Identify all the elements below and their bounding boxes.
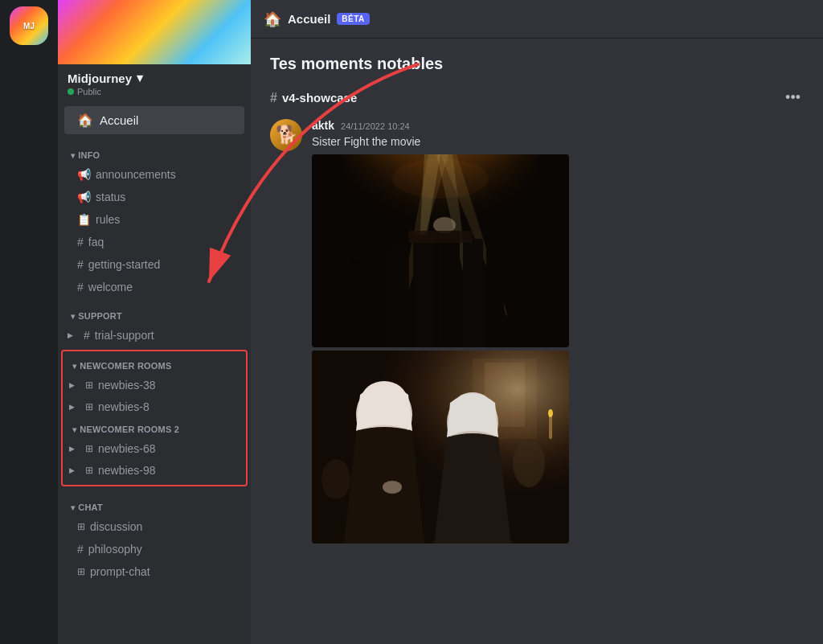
prompt-chat-icon: ⊞ bbox=[77, 566, 85, 577]
svg-rect-18 bbox=[408, 231, 473, 243]
server-name-label: Midjourney bbox=[68, 72, 132, 85]
status-icon: 📢 bbox=[77, 191, 91, 203]
newcomer-rooms-2-arrow: ▾ bbox=[72, 425, 76, 434]
message-text: Sister Fight the movie bbox=[312, 135, 804, 148]
message-meta: aktk 24/11/2022 10:24 bbox=[312, 119, 804, 132]
channel-faq[interactable]: # faq bbox=[64, 232, 244, 252]
channel-name-philosophy: philosophy bbox=[88, 543, 142, 556]
channel-newbies-38[interactable]: ⊞ newbies-38 bbox=[66, 375, 243, 396]
channel-name-status: status bbox=[96, 191, 125, 203]
content-area: Tes moments notables # v4-showcase ••• 🐕… bbox=[251, 39, 823, 644]
channel-trial-support[interactable]: # trial-support bbox=[64, 325, 244, 346]
bottom-scene-svg bbox=[312, 351, 569, 544]
discussion-icon: ⊞ bbox=[77, 521, 85, 532]
channel-name-rules: rules bbox=[96, 213, 120, 226]
chat-section-label: CHAT bbox=[78, 502, 103, 512]
channel-name-trial-support: trial-support bbox=[95, 329, 154, 342]
showcase-hash-icon: # bbox=[270, 91, 277, 105]
chat-section-arrow: ▾ bbox=[71, 503, 75, 512]
message-image-top[interactable] bbox=[312, 154, 569, 347]
svg-rect-9 bbox=[368, 255, 387, 347]
accueil-label: Accueil bbox=[100, 113, 138, 127]
channel-newbies-8[interactable]: ⊞ newbies-8 bbox=[66, 396, 243, 417]
moments-title: Tes moments notables bbox=[270, 55, 804, 73]
svg-rect-13 bbox=[463, 239, 483, 347]
channel-name-prompt-chat: prompt-chat bbox=[90, 565, 150, 578]
newbies-68-icon: ⊞ bbox=[85, 443, 93, 454]
newcomer-rooms-label: NEWCOMER ROOMS bbox=[80, 361, 171, 371]
server-status-label: Public bbox=[77, 87, 101, 96]
home-icon: 🏠 bbox=[77, 113, 93, 128]
more-options-button[interactable]: ••• bbox=[782, 86, 804, 109]
showcase-channel[interactable]: # v4-showcase bbox=[270, 91, 357, 105]
avatar-emoji: 🐕 bbox=[276, 125, 297, 146]
channel-newbies-68[interactable]: ⊞ newbies-68 bbox=[66, 438, 243, 459]
getting-started-hash-icon: # bbox=[77, 258, 84, 271]
info-section-header[interactable]: ▾ INFO bbox=[58, 137, 251, 163]
message-author: aktk bbox=[312, 119, 334, 132]
server-sidebar: MJ bbox=[0, 0, 58, 644]
info-section-label: INFO bbox=[78, 150, 100, 160]
message-body: aktk 24/11/2022 10:24 Sister Fight the m… bbox=[312, 119, 804, 544]
svg-point-33 bbox=[548, 409, 553, 417]
announcement-icon: 📢 bbox=[77, 168, 91, 181]
channel-newbies-98[interactable]: ⊞ newbies-98 bbox=[66, 460, 243, 481]
faq-hash-icon: # bbox=[77, 236, 84, 248]
support-section-header[interactable]: ▾ SUPPORT bbox=[58, 298, 251, 324]
main-content: 🏠 Accueil BÉTA Tes moments notables # v4… bbox=[251, 0, 823, 644]
channel-sidebar: Midjourney ▾ Public 🏠 Accueil ▾ INFO 📢 a… bbox=[58, 0, 251, 644]
newcomer-rooms-2-label: NEWCOMER ROOMS 2 bbox=[80, 425, 179, 434]
channel-status[interactable]: 📢 status bbox=[64, 187, 244, 207]
channel-welcome[interactable]: # welcome bbox=[64, 277, 244, 297]
channel-name-discussion: discussion bbox=[90, 520, 142, 533]
newcomer-rooms-section: ▾ NEWCOMER ROOMS ⊞ newbies-38 ⊞ newbies-… bbox=[61, 350, 248, 486]
welcome-hash-icon: # bbox=[77, 281, 84, 293]
main-title: Accueil bbox=[288, 12, 330, 26]
info-section-arrow: ▾ bbox=[71, 151, 75, 160]
svg-rect-12 bbox=[439, 231, 460, 347]
channel-rules[interactable]: 📋 rules bbox=[64, 209, 244, 230]
message-container: 🐕 aktk 24/11/2022 10:24 Sister Fight the… bbox=[270, 119, 804, 544]
avatar: 🐕 bbox=[270, 119, 302, 151]
support-section-arrow: ▾ bbox=[71, 312, 75, 321]
server-chevron-icon: ▾ bbox=[137, 71, 143, 85]
server-name-button[interactable]: Midjourney ▾ bbox=[68, 71, 241, 85]
message-image-bottom[interactable] bbox=[312, 351, 569, 544]
svg-rect-16 bbox=[526, 263, 544, 347]
channel-name-newbies-38: newbies-38 bbox=[98, 379, 156, 392]
channel-prompt-chat[interactable]: ⊞ prompt-chat bbox=[64, 561, 244, 582]
rules-icon: 📋 bbox=[77, 213, 91, 226]
showcase-header: # v4-showcase ••• bbox=[270, 86, 804, 109]
showcase-channel-name: v4-showcase bbox=[282, 91, 357, 105]
channel-getting-started[interactable]: # getting-started bbox=[64, 254, 244, 275]
accueil-nav-item[interactable]: 🏠 Accueil bbox=[64, 106, 244, 134]
chat-section-header[interactable]: ▾ CHAT bbox=[58, 490, 251, 515]
images-grid bbox=[312, 154, 569, 544]
channel-discussion[interactable]: ⊞ discussion bbox=[64, 516, 244, 537]
message-time: 24/11/2022 10:24 bbox=[341, 121, 410, 131]
svg-rect-8 bbox=[349, 259, 365, 347]
server-banner bbox=[58, 0, 251, 64]
server-info: Midjourney ▾ Public bbox=[58, 64, 251, 103]
newbies-38-icon: ⊞ bbox=[85, 379, 93, 391]
channel-name-welcome: welcome bbox=[88, 281, 133, 293]
svg-point-30 bbox=[513, 439, 545, 487]
channel-philosophy[interactable]: # philosophy bbox=[64, 539, 244, 560]
svg-rect-32 bbox=[549, 415, 552, 439]
newcomer-rooms-header[interactable]: ▾ NEWCOMER ROOMS bbox=[63, 355, 246, 374]
support-section-label: SUPPORT bbox=[78, 311, 122, 321]
status-dot-icon bbox=[68, 88, 74, 95]
channel-name-newbies-8: newbies-8 bbox=[98, 400, 149, 413]
channel-announcements[interactable]: 📢 announcements bbox=[64, 164, 244, 185]
channel-name-newbies-98: newbies-98 bbox=[98, 464, 156, 477]
main-header: 🏠 Accueil BÉTA bbox=[251, 0, 823, 39]
svg-rect-10 bbox=[390, 247, 409, 347]
main-home-icon: 🏠 bbox=[264, 10, 281, 28]
philosophy-hash-icon: # bbox=[77, 543, 84, 556]
server-status: Public bbox=[68, 87, 241, 96]
midjourney-server-icon[interactable]: MJ bbox=[10, 6, 48, 45]
newcomer-rooms-2-header[interactable]: ▾ NEWCOMER ROOMS 2 bbox=[63, 418, 246, 437]
svg-rect-14 bbox=[486, 249, 504, 347]
channel-name-announcements: announcements bbox=[96, 168, 176, 181]
channel-name-faq: faq bbox=[88, 236, 104, 248]
